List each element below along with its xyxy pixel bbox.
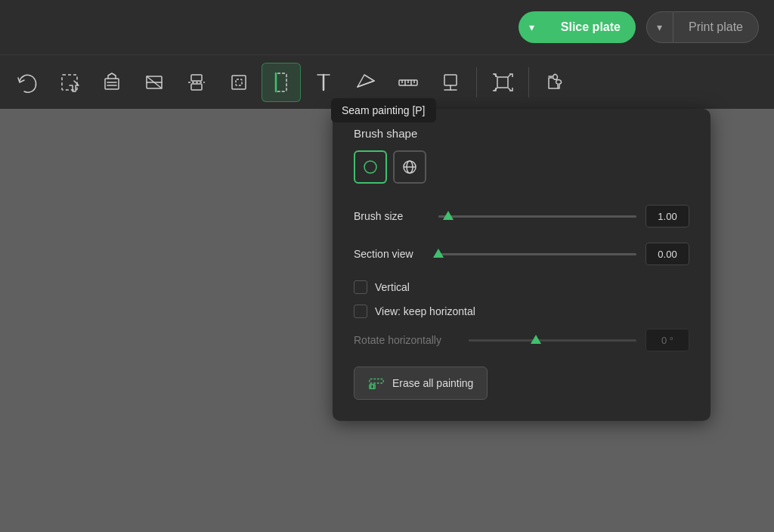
svg-rect-7 bbox=[191, 75, 202, 81]
brush-shapes-group bbox=[354, 150, 689, 184]
section-view-slider[interactable] bbox=[438, 253, 636, 255]
slice-chevron-icon bbox=[529, 21, 534, 33]
seam-painting-btn[interactable] bbox=[262, 63, 301, 102]
keep-horizontal-row: View: keep horizontal bbox=[354, 305, 689, 318]
toolbar-divider bbox=[476, 67, 477, 97]
text-btn[interactable] bbox=[304, 63, 343, 102]
brush-size-row: Brush size 1.00 bbox=[354, 205, 689, 227]
ruler-btn[interactable] bbox=[389, 63, 428, 102]
circle-brush-icon bbox=[361, 158, 379, 176]
keep-horizontal-checkbox[interactable] bbox=[354, 305, 367, 318]
measure-icon bbox=[354, 70, 378, 94]
svg-rect-35 bbox=[370, 385, 375, 388]
toolbar bbox=[0, 54, 774, 109]
svg-rect-26 bbox=[497, 77, 508, 88]
vertical-row: Vertical bbox=[354, 280, 689, 294]
hollow-btn[interactable] bbox=[219, 63, 259, 102]
sphere-brush-btn[interactable] bbox=[393, 150, 426, 184]
section-view-label: Section view bbox=[354, 248, 429, 260]
section-view-value[interactable]: 0.00 bbox=[646, 243, 689, 265]
keep-horizontal-label: View: keep horizontal bbox=[375, 305, 475, 317]
brush-shape-title: Brush shape bbox=[354, 127, 689, 140]
brush-size-slider[interactable] bbox=[438, 215, 636, 218]
svg-rect-12 bbox=[276, 73, 286, 91]
slice-btn-group: Slice plate bbox=[519, 11, 636, 43]
erase-all-btn[interactable]: Erase all painting bbox=[354, 367, 488, 400]
seam-painting-panel: Brush shape Brush size 1.00 Section view bbox=[333, 109, 711, 421]
rotate-label: Rotate horizontally bbox=[354, 334, 460, 346]
select-btn[interactable] bbox=[50, 63, 89, 102]
slice-dropdown-btn[interactable] bbox=[519, 11, 546, 43]
erase-icon bbox=[368, 375, 385, 391]
move-icon bbox=[100, 70, 124, 94]
svg-rect-36 bbox=[370, 379, 383, 384]
ruler-icon bbox=[396, 70, 420, 94]
rotate-slider[interactable] bbox=[469, 339, 636, 342]
rotate-value[interactable]: 0 ° bbox=[646, 329, 689, 351]
scale-icon bbox=[491, 70, 515, 94]
hollow-icon bbox=[227, 70, 251, 94]
toolbar-divider-2 bbox=[528, 67, 529, 97]
svg-rect-8 bbox=[191, 84, 202, 90]
puzzle-btn[interactable] bbox=[535, 63, 574, 102]
print-dropdown-btn[interactable] bbox=[646, 11, 673, 43]
cut-icon bbox=[142, 70, 166, 94]
svg-rect-1 bbox=[105, 79, 119, 89]
svg-rect-11 bbox=[236, 79, 242, 85]
print-chevron-icon bbox=[657, 21, 662, 33]
undo-icon bbox=[15, 70, 39, 94]
section-view-row: Section view 0.00 bbox=[354, 243, 689, 265]
svg-rect-23 bbox=[444, 75, 457, 85]
support-btn[interactable] bbox=[431, 63, 470, 102]
select-icon bbox=[57, 70, 82, 94]
slice-main-btn[interactable]: Slice plate bbox=[546, 11, 636, 43]
sphere-brush-icon bbox=[401, 158, 419, 176]
measure-btn[interactable] bbox=[346, 63, 385, 102]
puzzle-icon bbox=[543, 70, 567, 94]
cut-btn[interactable] bbox=[135, 63, 174, 102]
seam-painting-icon bbox=[269, 70, 293, 94]
erase-svg-icon bbox=[368, 375, 385, 391]
circle-brush-btn[interactable] bbox=[354, 150, 387, 184]
stack-btn[interactable] bbox=[177, 63, 216, 102]
print-btn-group: Print plate bbox=[646, 11, 759, 43]
undo-btn[interactable] bbox=[8, 63, 47, 102]
vertical-label: Vertical bbox=[375, 281, 410, 293]
erase-all-label: Erase all painting bbox=[392, 377, 473, 389]
brush-size-value[interactable]: 1.00 bbox=[646, 205, 689, 227]
svg-rect-10 bbox=[232, 76, 246, 89]
text-icon bbox=[311, 70, 336, 94]
support-icon bbox=[438, 70, 463, 94]
stack-icon bbox=[184, 70, 209, 94]
brush-size-label: Brush size bbox=[354, 210, 429, 222]
top-bar: Slice plate Print plate bbox=[0, 0, 774, 54]
scale-btn[interactable] bbox=[483, 63, 522, 102]
move-btn[interactable] bbox=[92, 63, 132, 102]
print-main-btn[interactable]: Print plate bbox=[673, 11, 759, 43]
rotate-row: Rotate horizontally 0 ° bbox=[354, 329, 689, 351]
slice-label: Slice plate bbox=[561, 20, 621, 33]
svg-point-31 bbox=[364, 161, 376, 173]
print-label: Print plate bbox=[689, 20, 743, 33]
vertical-checkbox[interactable] bbox=[354, 280, 367, 294]
